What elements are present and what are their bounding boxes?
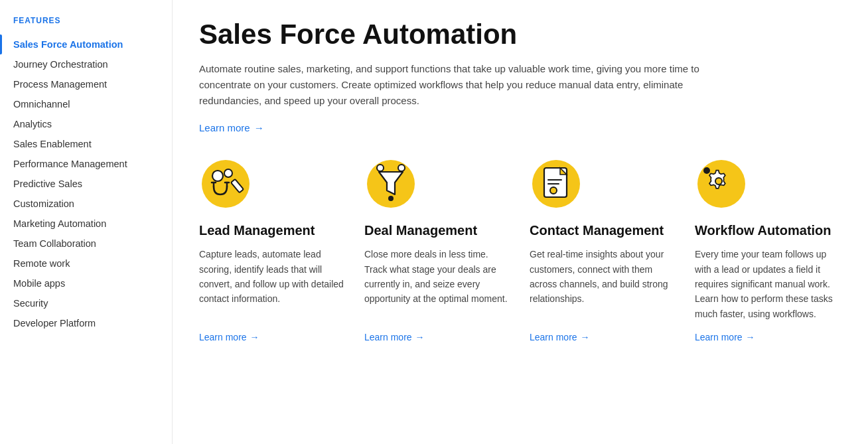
- card-title-deal-management: Deal Management: [364, 222, 511, 239]
- sidebar-item-sales-enablement[interactable]: Sales Enablement: [13, 134, 172, 154]
- sidebar-item-mobile-apps[interactable]: Mobile apps: [13, 273, 172, 293]
- card-link-deal-management[interactable]: Learn more →: [364, 332, 511, 342]
- sidebar-item-performance-management[interactable]: Performance Management: [13, 154, 172, 174]
- card-title-contact-management: Contact Management: [530, 222, 676, 239]
- card-link-contact-management[interactable]: Learn more →: [530, 332, 676, 342]
- sidebar-item-process-management[interactable]: Process Management: [13, 74, 172, 94]
- svg-point-16: [550, 187, 557, 194]
- contact-icon: [530, 157, 583, 210]
- lead-icon: [199, 157, 252, 210]
- card-description-contact-management: Get real-time insights about your custom…: [530, 247, 676, 321]
- sidebar-item-sales-force-automation[interactable]: Sales Force Automation: [13, 35, 172, 54]
- sidebar-item-security[interactable]: Security: [13, 293, 172, 313]
- svg-point-10: [398, 165, 405, 171]
- card-contact-management: Contact ManagementGet real-time insights…: [530, 157, 676, 342]
- card-lead-management: Lead ManagementCapture leads, automate l…: [199, 157, 346, 342]
- sidebar-item-customization[interactable]: Customization: [13, 194, 172, 214]
- sidebar-item-marketing-automation[interactable]: Marketing Automation: [13, 214, 172, 234]
- sidebar: FEATURES Sales Force AutomationJourney O…: [0, 0, 173, 444]
- svg-point-2: [224, 169, 232, 177]
- svg-point-0: [202, 160, 250, 208]
- card-link-workflow-automation[interactable]: Learn more →: [695, 332, 841, 342]
- sidebar-item-omnichannel[interactable]: Omnichannel: [13, 94, 172, 114]
- main-content: Sales Force Automation Automate routine …: [173, 0, 868, 444]
- card-workflow-automation: Workflow AutomationEvery time your team …: [695, 157, 841, 342]
- card-deal-management: Deal ManagementClose more deals in less …: [364, 157, 511, 342]
- svg-point-1: [212, 171, 223, 181]
- svg-point-19: [703, 167, 710, 174]
- sidebar-item-developer-platform[interactable]: Developer Platform: [13, 313, 172, 333]
- svg-point-18: [715, 178, 722, 185]
- svg-point-11: [388, 196, 394, 201]
- sidebar-item-remote-work[interactable]: Remote work: [13, 254, 172, 273]
- workflow-icon: [695, 157, 748, 210]
- card-link-lead-management[interactable]: Learn more →: [199, 332, 346, 342]
- card-description-workflow-automation: Every time your team follows up with a l…: [695, 247, 841, 321]
- features-label: FEATURES: [13, 16, 172, 25]
- sidebar-nav: Sales Force AutomationJourney Orchestrat…: [13, 35, 172, 333]
- main-learn-more-link[interactable]: Learn more →: [199, 122, 264, 133]
- card-title-lead-management: Lead Management: [199, 222, 346, 239]
- sidebar-item-predictive-sales[interactable]: Predictive Sales: [13, 174, 172, 194]
- page-description: Automate routine sales, marketing, and s…: [199, 61, 717, 109]
- sidebar-item-team-collaboration[interactable]: Team Collaboration: [13, 234, 172, 254]
- page-title: Sales Force Automation: [199, 19, 841, 50]
- cards-grid: Lead ManagementCapture leads, automate l…: [199, 157, 841, 342]
- svg-point-9: [377, 165, 384, 171]
- card-title-workflow-automation: Workflow Automation: [695, 222, 841, 239]
- sidebar-item-journey-orchestration[interactable]: Journey Orchestration: [13, 54, 172, 74]
- deal-icon: [364, 157, 417, 210]
- sidebar-item-analytics[interactable]: Analytics: [13, 114, 172, 134]
- card-description-deal-management: Close more deals in less time. Track wha…: [364, 247, 511, 321]
- card-description-lead-management: Capture leads, automate lead scoring, id…: [199, 247, 346, 321]
